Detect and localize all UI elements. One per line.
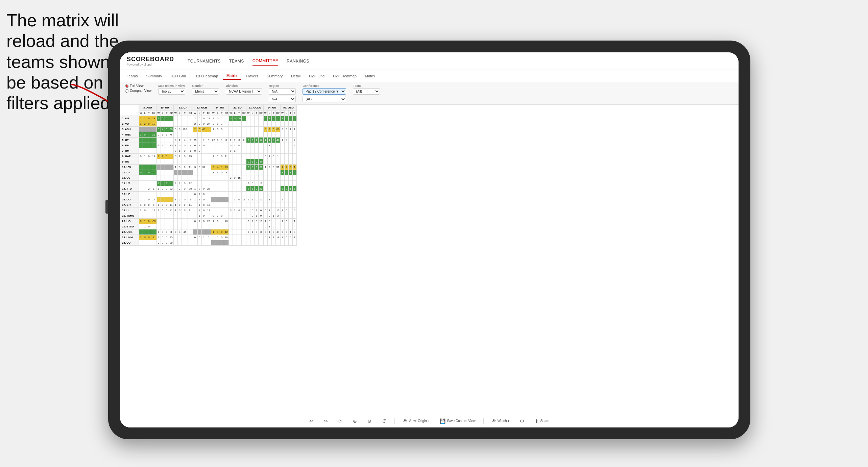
row-label-etsu: 21. ETSU <box>120 224 139 229</box>
nav-rankings[interactable]: RANKINGS <box>287 57 309 65</box>
nav-tournaments[interactable]: TOURNAMENTS <box>188 57 221 65</box>
row-label-u18: 18. U <box>120 208 139 213</box>
corner-header <box>120 105 139 116</box>
table-row: 15. UF 010 <box>120 192 297 197</box>
view-original-label: View: Original <box>409 419 430 423</box>
undo-icon: ↩ <box>309 418 313 424</box>
sh-ua-l: L <box>177 110 182 116</box>
region-select2[interactable]: N/A <box>269 96 296 102</box>
table-row: 5. UT 0140 3510 22010 1102 2010 11040 10… <box>120 138 297 143</box>
sh-su-d: Dif <box>241 110 246 116</box>
row-label-um: 7. UM <box>120 148 139 154</box>
refresh-button[interactable]: ⟳ <box>336 417 345 425</box>
nav-items: TOURNAMENTS TEAMS COMMITTEE RANKINGS <box>188 57 309 66</box>
col-uo: 24. UO <box>211 105 228 110</box>
division-filter: Division NCAA Division I NCAA Division I… <box>226 84 262 95</box>
sh-uu-d: Dif <box>275 110 280 116</box>
share-label: Share <box>540 419 549 423</box>
table-row: 11. UA 01010 3408 3015 <box>120 170 297 175</box>
watch-icon: 👁 <box>491 418 496 424</box>
table-row: 10. UW 13011 3032 04173 25066 12051 1451 <box>120 165 297 170</box>
division-label: Division <box>226 84 262 88</box>
subnav-h2h-heatmap2[interactable]: H2H Heatmap <box>330 73 360 79</box>
row-label-ucb22: 22. UCB <box>120 229 139 235</box>
undo-button[interactable]: ↩ <box>307 417 316 425</box>
team-label: Team <box>353 84 380 88</box>
tablet-screen: SCOREBOARD Powered by clippd TOURNAMENTS… <box>120 52 739 427</box>
nav-committee[interactable]: COMMITTEE <box>252 57 279 66</box>
region-select[interactable]: N/A East West <box>269 88 296 95</box>
subnav-summary2[interactable]: Summary <box>263 73 286 79</box>
redo-icon: ↪ <box>324 418 328 424</box>
row-label-asu: 3. ASU <box>120 127 139 132</box>
main-content: Full View Compact View Max teams in view… <box>120 82 739 427</box>
conference-sub-select[interactable]: (All) <box>303 96 346 102</box>
share-button[interactable]: ⬆ Share <box>532 417 552 425</box>
row-label-uo24: 24. UO <box>120 240 139 246</box>
team-select[interactable]: (All) <box>353 88 380 95</box>
sh-osu-l: L <box>284 110 288 116</box>
col-asu: 3. ASU <box>139 105 157 110</box>
table-row: 18. U 2011 10011 10011 1013 01013 010 01… <box>120 208 297 213</box>
matrix-scroll[interactable]: 3. ASU 10. UW 11. UA 22. UCB 24. UO 27. … <box>120 105 739 414</box>
conference-filter: Conference Pac-12 Conference ▼ (All) (Al… <box>303 84 346 102</box>
sh-su-l: L <box>233 110 237 116</box>
sh-osu-w: W <box>280 110 284 116</box>
subnav-players[interactable]: Players <box>242 73 262 79</box>
division-select[interactable]: NCAA Division I NCAA Division II NCAA Di… <box>226 88 262 95</box>
subnav-matrix2[interactable]: Matrix <box>362 73 379 79</box>
sh-ucla-l: L <box>250 110 255 116</box>
table-row: 7. UM 0101 00 01 <box>120 148 297 154</box>
row-label-ua9: 9. UA <box>120 159 139 165</box>
redo-button[interactable]: ↪ <box>321 417 331 425</box>
table-row: 17. GIT 1009 10011 10011 1013 <box>120 202 297 208</box>
subnav-matrix[interactable]: Matrix <box>223 72 241 80</box>
watch-button[interactable]: 👁 Watch ▾ <box>489 417 512 425</box>
settings-button[interactable]: ⚙ <box>517 417 527 425</box>
compact-view-radio[interactable]: Compact View <box>125 89 151 93</box>
sh-uu-w: W <box>263 110 267 116</box>
subnav-teams[interactable]: Teams <box>123 73 141 79</box>
sh-ucb-t: T <box>201 110 206 116</box>
zoom-in-button[interactable]: ⊕ <box>350 417 360 425</box>
subnav-h2h-grid[interactable]: H2H Grid <box>167 73 189 79</box>
logo-title: SCOREBOARD <box>127 56 174 63</box>
sh-ucb-l: L <box>197 110 201 116</box>
col-uu: 54. UU <box>263 105 280 110</box>
subnav-detail[interactable]: Detail <box>288 73 304 79</box>
subnav-summary[interactable]: Summary <box>143 73 165 79</box>
nav-bar: SCOREBOARD Powered by clippd TOURNAMENTS… <box>120 52 739 70</box>
table-row: 24. UO 02029 <box>120 240 297 246</box>
sh-ua-d: Dif <box>188 110 193 116</box>
row-label-uo16: 16. UO <box>120 197 139 202</box>
zoom-out-button[interactable]: ⊖ <box>365 417 374 425</box>
settings-icon: ⚙ <box>520 418 524 424</box>
max-teams-select[interactable]: Top 25 Top 10 Top 50 <box>158 88 185 95</box>
sh-ucla-w: W <box>246 110 250 116</box>
full-view-radio-circle <box>125 84 128 88</box>
bottom-toolbar: ↩ ↪ ⟳ ⊕ ⊖ ⏱ 👁 <box>120 414 739 427</box>
team-filter: Team (All) <box>353 84 380 95</box>
gender-select[interactable]: Men's Women's <box>192 88 219 95</box>
table-row: 1. AU 12023 100 20027 201 0050 010 10 <box>120 116 297 121</box>
table-row: 21. ETSU 10 010 <box>120 224 297 229</box>
view-original-button[interactable]: 👁 View: Original <box>400 417 432 425</box>
row-label-ttu: 14. TTU <box>120 186 139 192</box>
tablet-frame: SCOREBOARD Powered by clippd TOURNAMENTS… <box>108 41 750 439</box>
region-filter: Region N/A East West N/A <box>269 84 296 102</box>
full-view-radio[interactable]: Full View <box>125 84 151 88</box>
table-row: 20. UG 010-38 01023 1040 01019 10 101 <box>120 219 297 224</box>
save-custom-view-button[interactable]: 💾 Save Custom View <box>437 417 478 425</box>
subnav-h2h-heatmap[interactable]: H2H Heatmap <box>191 73 221 79</box>
conference-select[interactable]: Pac-12 Conference ▼ (All) <box>303 88 346 95</box>
sh-asu-l: L <box>143 110 147 116</box>
nav-teams[interactable]: TEAMS <box>229 57 244 65</box>
row-label-au: 1. AU <box>120 116 139 121</box>
sh-ucla-d: Dif <box>259 110 263 116</box>
sh-uo-w: W <box>211 110 216 116</box>
row-label-fsu: 6. FSU <box>120 143 139 148</box>
time-button[interactable]: ⏱ <box>379 417 389 425</box>
row-label-ut13: 13. UT <box>120 181 139 186</box>
table-row: 12. UV 2015 <box>120 175 297 181</box>
subnav-h2h-grid2[interactable]: H2H Grid <box>306 73 328 79</box>
